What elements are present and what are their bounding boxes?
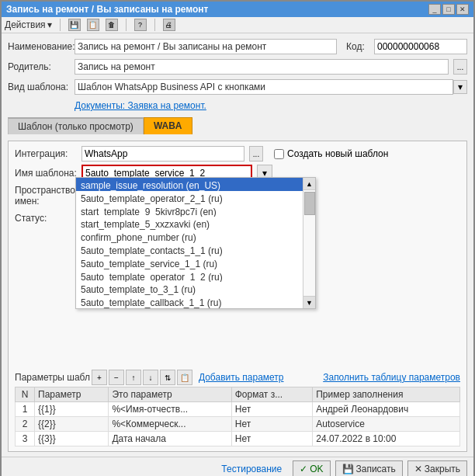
status-label: Статус: [15, 213, 77, 224]
row3-param: {{3}} [35, 432, 109, 446]
parent-label: Родитель: [8, 61, 70, 72]
template-type-input[interactable] [75, 79, 453, 95]
name-label: Наименование: [8, 41, 70, 52]
dropdown-item-1[interactable]: 5auto_template_operator_2_1 (ru) [76, 191, 315, 204]
test-button[interactable]: Тестирование [215, 460, 288, 477]
title-bar: Запись на ремонт / Вы записаны на ремонт… [2, 2, 473, 17]
docs-row: Документы: Заявка на ремонт. [75, 100, 467, 111]
name-input[interactable] [75, 39, 337, 54]
dropdown-item-4[interactable]: confirm_phone_number (ru) [76, 230, 315, 243]
save-icon[interactable]: 💾 [68, 19, 81, 31]
table-row[interactable]: 3 {{3}} Дата начала Нет 24.07.2022 в 10:… [16, 432, 460, 446]
help-icon[interactable]: ? [134, 19, 147, 31]
bottom-bar: Тестирование ✓ OK 💾 Записать ✕ Закрыть [2, 457, 473, 476]
delete-icon[interactable]: 🗑 [106, 19, 118, 31]
name-row: Наименование: Код: [8, 38, 467, 55]
scroll-up-button[interactable]: ▲ [303, 178, 315, 190]
params-sort-button[interactable]: ⇅ [160, 370, 175, 385]
minimize-button[interactable]: _ [428, 4, 441, 15]
dropdown-item-2[interactable]: start_template_9_5kivr8pc7i (en) [76, 204, 315, 217]
row2-this-param: %<Коммерческ... [109, 417, 231, 432]
table-row[interactable]: 2 {{2}} %<Коммерческ... Нет Autoservice [16, 417, 460, 432]
params-copy-button[interactable]: 📋 [177, 370, 192, 385]
row1-n: 1 [16, 402, 35, 417]
ok-icon: ✓ [300, 464, 307, 474]
col-n: N [16, 387, 35, 402]
menu-separator-1 [60, 19, 61, 31]
docs-link[interactable]: Документы: Заявка на ремонт. [75, 100, 206, 111]
row3-is-param: Нет [231, 432, 313, 446]
row2-is-param: Нет [231, 417, 313, 432]
close-icon: ✕ [414, 464, 422, 474]
window-title: Запись на ремонт / Вы записаны на ремонт [6, 4, 208, 15]
params-table-header: N Параметр Это параметр Формат з... Прим… [16, 387, 460, 402]
actions-menu[interactable]: Действия ▾ [5, 19, 52, 30]
code-label: Код: [346, 41, 369, 52]
col-this-param: Это параметр [109, 387, 231, 402]
tab-waba[interactable]: WABA [144, 117, 192, 134]
row2-example: Autoservice [313, 417, 460, 432]
close-button-bottom[interactable]: ✕ Закрыть [407, 460, 467, 477]
params-table: N Параметр Это параметр Формат з... Прим… [15, 387, 460, 446]
scroll-thumb[interactable] [304, 192, 315, 215]
save-icon: 💾 [342, 464, 354, 474]
params-delete-button[interactable]: − [109, 370, 124, 385]
dropdown-item-8[interactable]: 5auto_template_to_3_1 (ru) [76, 282, 315, 295]
maximize-button[interactable]: □ [442, 4, 455, 15]
code-input[interactable] [374, 39, 467, 54]
row3-this-param: Дата начала [109, 432, 231, 446]
close-button[interactable]: ✕ [456, 4, 469, 15]
waba-form: Интеграция: ... Создать новый шаблон Имя… [8, 141, 467, 452]
params-up-button[interactable]: ↑ [126, 370, 141, 385]
row1-this-param: %<Имя-отчеств... [109, 402, 231, 417]
save-button[interactable]: 💾 Записать [335, 460, 403, 477]
namespace-label: Пространство имен: [15, 185, 77, 207]
col-example: Пример заполнения [313, 387, 460, 402]
params-down-button[interactable]: ↓ [143, 370, 158, 385]
row3-example: 24.07.2022 в 10:00 [313, 432, 460, 446]
menu-separator-3 [154, 19, 155, 31]
table-row[interactable]: 1 {{1}} %<Имя-отчеств... Нет Андрей Леон… [16, 402, 460, 417]
add-param-link[interactable]: Добавить параметр [199, 372, 284, 383]
integration-row: Интеграция: ... Создать новый шаблон [15, 146, 460, 162]
template-name-dropdown-list: sample_issue_resolution (en_US) 5auto_te… [75, 177, 316, 309]
dropdown-item-0[interactable]: sample_issue_resolution (en_US) [76, 178, 315, 191]
params-section-label: Параметры шабл [15, 372, 90, 383]
template-type-row: Вид шаблона: ▾ [8, 78, 467, 96]
parent-input[interactable] [75, 59, 449, 75]
template-type-dropdown-button[interactable]: ▾ [453, 80, 467, 94]
ok-button[interactable]: ✓ OK [293, 460, 330, 477]
integration-ellipsis-button[interactable]: ... [249, 146, 263, 162]
dropdown-item-3[interactable]: start_template_5_xxzxavki (en) [76, 217, 315, 230]
row1-param: {{1}} [35, 402, 109, 417]
main-window: Запись на ремонт / Вы записаны на ремонт… [0, 0, 475, 476]
fill-table-link[interactable]: Заполнить таблицу параметров [323, 372, 460, 383]
row3-n: 3 [16, 432, 35, 446]
print-icon[interactable]: 🖨 [163, 19, 175, 31]
dropdown-scrollbar: ▲ ▼ [303, 178, 315, 308]
copy-icon[interactable]: 📋 [87, 19, 99, 31]
params-add-button[interactable]: + [92, 370, 107, 385]
row2-param: {{2}} [35, 417, 109, 432]
create-new-checkbox[interactable] [274, 149, 284, 159]
dropdown-item-5[interactable]: 5auto_template_contacts_1_1 (ru) [76, 243, 315, 256]
create-new-row: Создать новый шаблон [274, 148, 388, 159]
dropdown-item-9[interactable]: 5auto_template_callback_1_1 (ru) [76, 295, 315, 308]
parent-row: Родитель: ... [8, 58, 467, 75]
scroll-down-button[interactable]: ▼ [303, 296, 315, 308]
col-is-param: Формат з... [231, 387, 313, 402]
tab-template-view[interactable]: Шаблон (только просмотр) [8, 117, 144, 134]
row1-example: Андрей Леонардович [313, 402, 460, 417]
integration-input[interactable] [81, 146, 244, 162]
template-type-label: Вид шаблона: [8, 82, 70, 92]
dropdown-item-6[interactable]: 5auto_template_service_1_1 (ru) [76, 256, 315, 269]
params-toolbar: Параметры шабл + − ↑ ↓ ⇅ 📋 Добавить пара… [15, 370, 460, 385]
scroll-track [303, 190, 315, 296]
parent-ellipsis-button[interactable]: ... [453, 59, 467, 75]
dropdown-item-7[interactable]: 5auto_template_operator_1_2 (ru) [76, 269, 315, 283]
integration-label: Интеграция: [15, 148, 77, 159]
row1-is-param: Нет [231, 402, 313, 417]
tabs-bar: Шаблон (только просмотр) WABA [8, 117, 467, 134]
row2-n: 2 [16, 417, 35, 432]
window-controls: _ □ ✕ [428, 4, 469, 15]
